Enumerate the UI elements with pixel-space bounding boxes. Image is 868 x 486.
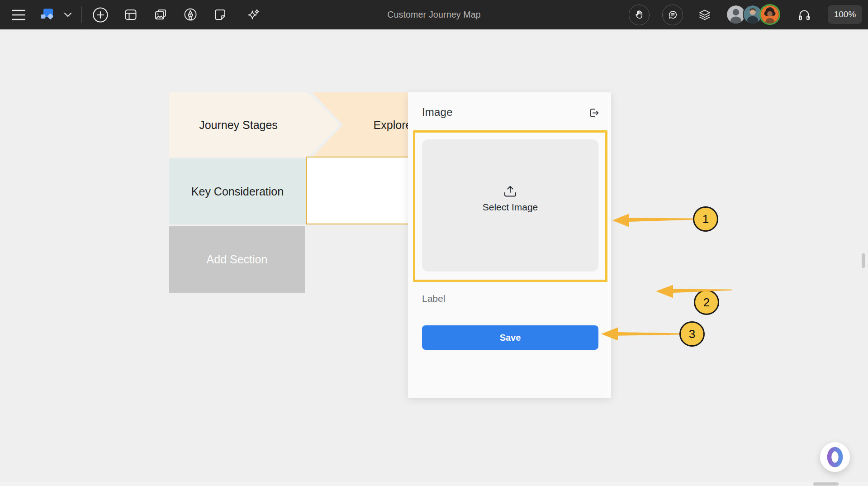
draw-tool-button[interactable]	[181, 0, 199, 29]
annotation-badge-3-number: 3	[689, 327, 695, 341]
draw-tool-icon	[184, 8, 197, 22]
zoom-level-button[interactable]: 100%	[828, 5, 862, 24]
add-section-button[interactable]: Add Section	[169, 226, 305, 293]
annotation-badge-1: 1	[693, 206, 718, 232]
comments-circle	[662, 5, 683, 25]
board-switcher-chevron[interactable]	[62, 0, 74, 29]
cell-journey-stages[interactable]: Journey Stages	[169, 92, 340, 157]
horizontal-scrollbar-track	[0, 481, 868, 486]
cell-key-consideration[interactable]: Key Consideration	[169, 158, 306, 224]
label-field-caption: Label	[422, 293, 445, 304]
frames-icon	[124, 9, 137, 21]
annotation-badge-1-number: 1	[702, 212, 709, 226]
hamburger-menu-icon	[12, 10, 25, 20]
save-button-label: Save	[500, 333, 521, 343]
layers-button[interactable]	[697, 0, 713, 29]
hand-tool-button[interactable]	[629, 0, 650, 29]
select-image-dropzone[interactable]: Select Image	[422, 139, 598, 272]
hand-icon	[634, 10, 645, 20]
select-image-label: Select Image	[483, 202, 538, 213]
horizontal-scrollbar-thumb[interactable]	[813, 482, 839, 486]
opera-logo-icon	[820, 442, 850, 472]
upload-icon	[503, 185, 518, 198]
annotation-arrow-3	[601, 328, 679, 341]
image-tool-icon	[154, 9, 167, 20]
hamburger-menu-button[interactable]	[9, 0, 28, 29]
top-toolbar: Customer Journey Map	[0, 0, 868, 29]
browser-assistant-button[interactable]	[820, 442, 850, 472]
vertical-scrollbar-thumb[interactable]	[862, 253, 865, 268]
audio-button[interactable]	[795, 0, 813, 29]
frames-button[interactable]	[122, 0, 140, 29]
panel-close-button[interactable]	[588, 107, 600, 121]
add-section-label: Add Section	[207, 253, 268, 266]
cell-explore-label: Explore	[374, 119, 412, 132]
annotation-badge-2-number: 2	[703, 295, 710, 310]
toolbar-divider	[81, 6, 82, 23]
app-logo-button[interactable]	[37, 0, 57, 29]
avatar-2-image	[744, 5, 762, 24]
ai-assist-button[interactable]	[244, 0, 262, 29]
hand-tool-circle	[629, 5, 650, 25]
headphones-icon	[798, 9, 811, 21]
add-circle-icon	[92, 7, 109, 23]
annotation-badge-3: 3	[679, 321, 705, 347]
avatar-3-image	[761, 5, 779, 24]
annotation-arrow-2	[656, 285, 732, 298]
chevron-down-icon	[64, 12, 72, 17]
exit-panel-icon	[588, 107, 600, 119]
sticky-note-icon	[214, 9, 226, 21]
annotation-badge-2: 2	[694, 290, 719, 315]
sticky-note-button[interactable]	[211, 0, 229, 29]
insert-image-button[interactable]	[152, 0, 170, 29]
layers-icon	[698, 9, 711, 21]
cell-journey-stages-label: Journey Stages	[199, 119, 278, 132]
comments-button[interactable]	[662, 0, 683, 29]
avatar-collaborator-2[interactable]	[744, 5, 762, 24]
comment-icon	[668, 10, 678, 20]
avatar-1-image	[727, 5, 745, 24]
avatar-collaborator-1[interactable]	[727, 5, 745, 24]
annotation-arrow-1	[612, 214, 693, 227]
image-properties-panel: Image Select Image Label Save	[408, 92, 611, 398]
panel-title: Image	[422, 106, 453, 119]
cell-key-consideration-label: Key Consideration	[191, 185, 284, 198]
app-logo	[40, 8, 54, 22]
save-button[interactable]: Save	[422, 325, 598, 350]
ai-sparkles-icon	[247, 9, 260, 20]
avatar-collaborator-3[interactable]	[761, 5, 779, 24]
add-shape-button[interactable]	[91, 0, 109, 29]
